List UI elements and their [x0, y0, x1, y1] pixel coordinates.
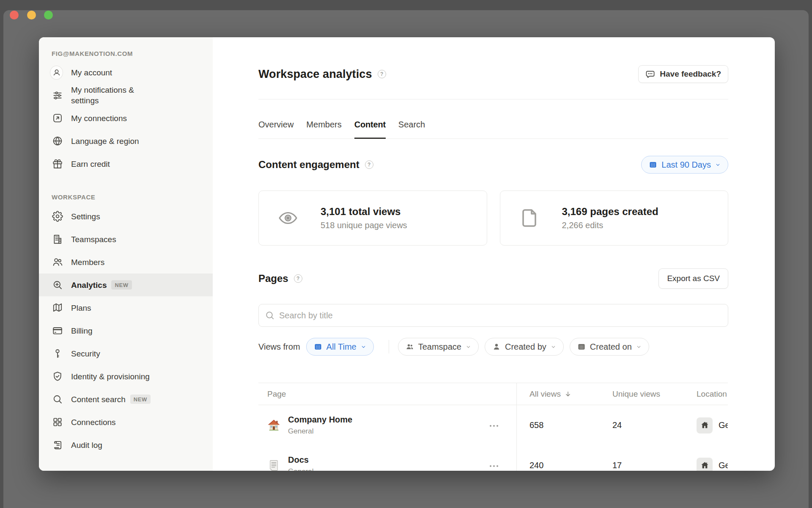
- sidebar-item-label: Connections: [71, 417, 116, 428]
- minimize-window-button[interactable]: [27, 11, 36, 19]
- sidebar-item-label: Plans: [71, 303, 91, 313]
- total-views-value: 3,101 total views: [321, 206, 407, 218]
- sidebar-item-label: Language & region: [71, 136, 139, 146]
- page-search: [258, 304, 728, 327]
- export-csv-label: Export as CSV: [667, 274, 720, 283]
- edits-sub: 2,266 edits: [562, 221, 658, 230]
- chevron-down-icon: [361, 344, 366, 350]
- person-icon: [492, 342, 501, 351]
- help-icon[interactable]: [378, 70, 386, 78]
- created-by-filter[interactable]: Created by: [485, 338, 564, 356]
- sidebar-item-my-account[interactable]: My account: [39, 61, 213, 84]
- filters-divider: [389, 340, 389, 353]
- account-email: FIG@MAKENOTION.COM: [39, 50, 213, 58]
- page-title-cell: Company Home: [288, 415, 352, 425]
- sidebar-item-settings[interactable]: Settings: [39, 205, 213, 228]
- more-options-button[interactable]: [489, 422, 499, 429]
- page-icon: [519, 208, 540, 228]
- pages-created-value: 3,169 pages created: [562, 206, 658, 218]
- sidebar-item-identity-provisioning[interactable]: Identity & provisioning: [39, 365, 213, 388]
- credit-card-icon: [52, 325, 63, 337]
- all-views-cell: 658: [517, 405, 612, 445]
- help-icon[interactable]: [365, 160, 373, 169]
- sidebar-item-plans[interactable]: Plans: [39, 296, 213, 319]
- page-title: Workspace analytics: [258, 68, 372, 81]
- chevron-down-icon: [715, 162, 721, 168]
- unique-views-cell: 17: [612, 445, 697, 471]
- calendar-icon: [577, 342, 586, 351]
- workspace-section-heading: WORKSPACE: [39, 193, 213, 201]
- sidebar-item-my-connections[interactable]: My connections: [39, 107, 213, 130]
- tab-members[interactable]: Members: [306, 120, 341, 138]
- column-header-all-views[interactable]: All views: [517, 383, 612, 405]
- tab-overview[interactable]: Overview: [258, 120, 294, 138]
- have-feedback-button[interactable]: Have feedback?: [638, 65, 728, 83]
- table-row[interactable]: Docs General 240 17 General: [258, 445, 728, 471]
- sidebar-item-label: My connections: [71, 113, 127, 124]
- settings-modal: FIG@MAKENOTION.COM My account My notific…: [39, 37, 775, 471]
- sidebar-item-content-search[interactable]: Content search NEW: [39, 388, 213, 411]
- column-header-unique-views[interactable]: Unique views: [612, 383, 697, 405]
- sidebar-item-label: Settings: [71, 211, 100, 222]
- people-icon: [406, 342, 414, 351]
- sidebar-item-label: Members: [71, 257, 104, 268]
- column-header-page[interactable]: Page: [258, 383, 517, 405]
- views-from-label: Views from: [258, 342, 300, 352]
- map-icon: [52, 302, 63, 314]
- analytics-icon: [52, 279, 63, 291]
- page-title-cell: Docs: [288, 455, 313, 465]
- sidebar-item-label: Teamspaces: [71, 234, 116, 245]
- tab-search[interactable]: Search: [398, 120, 425, 138]
- page-subtitle-cell: General: [288, 427, 352, 436]
- page-subtitle-cell: General: [288, 467, 313, 471]
- teamspace-filter-label: Teamspace: [418, 342, 461, 352]
- sidebar-item-audit-log[interactable]: Audit log: [39, 433, 213, 456]
- date-range-value: Last 90 Days: [661, 160, 711, 170]
- sidebar-item-earn-credit[interactable]: Earn credit: [39, 152, 213, 175]
- sidebar-item-language-region[interactable]: Language & region: [39, 130, 213, 152]
- created-on-filter-label: Created on: [590, 342, 632, 352]
- calendar-icon: [649, 160, 657, 169]
- sliders-icon: [52, 90, 63, 101]
- key-icon: [52, 348, 63, 359]
- calendar-icon: [314, 342, 322, 351]
- sort-descending-icon: [564, 390, 572, 398]
- location-cell: General: [719, 420, 728, 430]
- chat-bubble-icon: [645, 69, 655, 79]
- globe-icon: [52, 135, 63, 147]
- search-icon: [52, 394, 63, 405]
- sidebar-item-security[interactable]: Security: [39, 342, 213, 365]
- column-header-location[interactable]: Location: [697, 383, 728, 405]
- table-row[interactable]: Company Home General 658 24 General: [258, 405, 728, 445]
- sidebar-item-label: Identity & provisioning: [71, 371, 150, 382]
- sidebar-item-label: Security: [71, 348, 100, 359]
- created-on-filter[interactable]: Created on: [570, 338, 649, 356]
- search-icon: [265, 310, 275, 320]
- sidebar-item-teamspaces[interactable]: Teamspaces: [39, 228, 213, 251]
- help-icon[interactable]: [294, 274, 302, 283]
- search-input[interactable]: [258, 304, 728, 327]
- tab-content[interactable]: Content: [354, 120, 386, 138]
- have-feedback-label: Have feedback?: [660, 69, 721, 79]
- eye-icon: [277, 208, 299, 228]
- sidebar-item-billing[interactable]: Billing: [39, 319, 213, 342]
- more-options-button[interactable]: [489, 462, 499, 469]
- teamspace-filter[interactable]: Teamspace: [398, 338, 479, 356]
- close-window-button[interactable]: [10, 11, 19, 19]
- chevron-down-icon: [551, 344, 556, 350]
- sidebar-item-connections[interactable]: Connections: [39, 411, 213, 433]
- zoom-window-button[interactable]: [44, 11, 53, 19]
- avatar: [52, 67, 63, 78]
- date-range-dropdown[interactable]: Last 90 Days: [641, 156, 728, 174]
- sidebar-item-notifications-settings[interactable]: My notifications & settings: [39, 84, 213, 107]
- sidebar-item-members[interactable]: Members: [39, 251, 213, 273]
- gear-icon: [52, 211, 63, 222]
- sidebar-item-analytics[interactable]: Analytics NEW: [39, 273, 213, 296]
- sidebar-item-label: My notifications & settings: [71, 85, 162, 106]
- arrow-up-right-icon: [52, 113, 63, 124]
- export-csv-button[interactable]: Export as CSV: [658, 268, 728, 289]
- pages-heading: Pages: [258, 273, 288, 284]
- pages-created-card: 3,169 pages created 2,266 edits: [500, 190, 729, 246]
- views-from-dropdown[interactable]: All Time: [306, 338, 374, 356]
- home-icon: [697, 417, 713, 433]
